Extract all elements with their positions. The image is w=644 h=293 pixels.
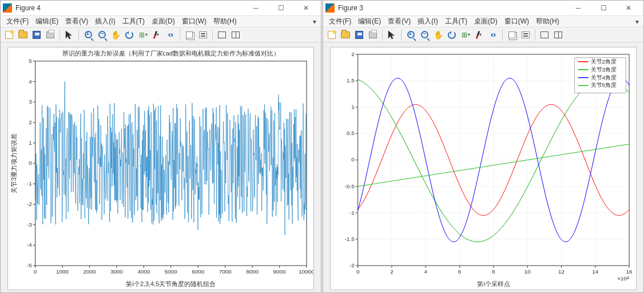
zoom-in-icon[interactable] (82, 29, 94, 41)
toolbar: ✋⊞▾▾ (323, 27, 643, 42)
menu-help[interactable]: 帮助(H) (210, 17, 240, 26)
svg-text:-2: -2 (27, 201, 32, 207)
svg-text:0: 0 (29, 160, 32, 167)
svg-text:-2: -2 (349, 262, 355, 268)
dock-icon[interactable] (538, 29, 551, 41)
menu-edit[interactable]: 编辑(E) (32, 17, 62, 26)
menu-edit[interactable]: 编辑(E) (355, 17, 384, 26)
minimize-button[interactable]: ─ (566, 1, 591, 15)
colorbar-icon[interactable] (506, 29, 518, 41)
close-button[interactable]: ✕ (616, 1, 641, 15)
svg-text:关节3角度: 关节3角度 (591, 66, 617, 73)
rotate3d-icon[interactable] (446, 29, 458, 41)
menu-file[interactable]: 文件(F) (325, 17, 355, 26)
save-icon[interactable] (30, 29, 43, 41)
chart-svg: 0246810121416-2-1.5-1-0.500.511.52第i个采样点… (331, 47, 636, 290)
legend-icon[interactable] (197, 29, 209, 41)
svg-text:5: 5 (29, 58, 32, 64)
new-figure-icon[interactable] (3, 29, 15, 41)
menu-tools[interactable]: 工具(T) (442, 17, 471, 26)
axes-container[interactable]: 0100020003000400050006000700080009000100… (7, 47, 314, 290)
axes-container[interactable]: 0246810121416-2-1.5-1-0.500.511.52第i个采样点… (330, 47, 637, 290)
menu-overflow-icon[interactable]: ▾ (311, 18, 319, 26)
svg-text:7000: 7000 (219, 268, 232, 275)
svg-text:关节5角度: 关节5角度 (591, 82, 617, 89)
svg-text:2: 2 (29, 119, 32, 125)
svg-text:6000: 6000 (192, 268, 205, 275)
pan-icon[interactable]: ✋ (432, 29, 444, 41)
menu-insert[interactable]: 插入(I) (414, 17, 441, 26)
matlab-logo-icon (3, 3, 12, 13)
figure-window-3: Figure 3 ─ ☐ ✕ 文件(F) 编辑(E) 查看(V) 插入(I) 工… (323, 0, 644, 293)
svg-text:4: 4 (424, 268, 427, 275)
brush-icon[interactable]: ▾ (150, 29, 163, 41)
desktop: Figure 4 ─ ☐ ✕ 文件(F) 编辑(E) 查看(V) 插入(I) 工… (0, 0, 644, 293)
menu-desktop[interactable]: 桌面(D) (471, 17, 501, 26)
pan-icon[interactable]: ✋ (109, 29, 122, 41)
svg-text:6: 6 (458, 268, 462, 275)
pointer-icon[interactable] (385, 29, 398, 41)
datatip-icon[interactable]: ⊞▾ (137, 29, 149, 41)
print-icon[interactable] (44, 29, 57, 41)
link-icon[interactable] (164, 29, 177, 41)
close-button[interactable]: ✕ (293, 1, 319, 15)
svg-text:0.5: 0.5 (347, 130, 355, 137)
window-title: Figure 3 (338, 4, 566, 12)
colorbar-icon[interactable] (183, 29, 196, 41)
toolbar: ✋⊞▾▾ (1, 27, 321, 42)
svg-text:0: 0 (351, 157, 355, 163)
svg-text:-0.5: -0.5 (345, 183, 355, 189)
menu-view[interactable]: 查看(V) (384, 17, 414, 26)
undock-icon[interactable] (552, 29, 565, 41)
dock-icon[interactable] (216, 29, 228, 41)
svg-text:关节3重力项力矩误差: 关节3重力项力矩误差 (10, 133, 17, 193)
menu-tools[interactable]: 工具(T) (119, 17, 148, 26)
svg-text:关节4角度: 关节4角度 (591, 74, 617, 81)
maximize-button[interactable]: ☐ (268, 1, 293, 15)
legend-icon[interactable] (519, 29, 532, 41)
svg-text:关节2角度: 关节2角度 (591, 58, 617, 65)
link-icon[interactable] (487, 29, 499, 41)
figure-window-4: Figure 4 ─ ☐ ✕ 文件(F) 编辑(E) 查看(V) 插入(I) 工… (0, 0, 321, 293)
svg-text:8: 8 (492, 268, 495, 275)
zoom-out-icon[interactable] (418, 29, 431, 41)
open-icon[interactable] (339, 29, 352, 41)
svg-text:3000: 3000 (110, 268, 124, 275)
svg-text:第i个采样点: 第i个采样点 (477, 280, 510, 287)
minimize-button[interactable]: ─ (243, 1, 268, 15)
datatip-icon[interactable]: ⊞▾ (459, 29, 472, 41)
svg-text:5000: 5000 (165, 268, 178, 275)
menu-overflow-icon[interactable]: ▾ (633, 18, 641, 26)
menu-bar: 文件(F) 编辑(E) 查看(V) 插入(I) 工具(T) 桌面(D) 窗口(W… (1, 16, 321, 27)
menu-desktop[interactable]: 桌面(D) (148, 17, 178, 26)
zoom-in-icon[interactable] (404, 29, 417, 41)
title-bar[interactable]: Figure 3 ─ ☐ ✕ (323, 1, 643, 16)
title-bar[interactable]: Figure 4 ─ ☐ ✕ (1, 1, 321, 16)
plot-area: 0100020003000400050006000700080009000100… (1, 42, 321, 292)
svg-text:辨识的重力项力矩误差（利用了厂家cad数据和电机额定力矩作为: 辨识的重力项力矩误差（利用了厂家cad数据和电机额定力矩作为标准值对比） (62, 50, 280, 57)
zoom-out-icon[interactable] (96, 29, 108, 41)
svg-text:-5: -5 (27, 262, 32, 268)
menu-view[interactable]: 查看(V) (62, 17, 92, 26)
print-icon[interactable] (367, 29, 379, 41)
svg-text:16: 16 (626, 268, 633, 275)
undock-icon[interactable] (229, 29, 242, 41)
pointer-icon[interactable] (63, 29, 75, 41)
save-icon[interactable] (353, 29, 365, 41)
open-icon[interactable] (17, 29, 29, 41)
menu-window[interactable]: 窗口(W) (178, 17, 210, 26)
rotate3d-icon[interactable] (123, 29, 136, 41)
svg-text:0: 0 (356, 268, 360, 275)
svg-text:4: 4 (29, 78, 32, 85)
svg-text:×10⁴: ×10⁴ (617, 275, 629, 282)
new-figure-icon[interactable] (325, 29, 338, 41)
menu-file[interactable]: 文件(F) (3, 17, 32, 26)
maximize-button[interactable]: ☐ (591, 1, 616, 15)
menu-help[interactable]: 帮助(H) (532, 17, 563, 26)
brush-icon[interactable]: ▾ (473, 29, 486, 41)
svg-text:1: 1 (351, 104, 355, 110)
menu-window[interactable]: 窗口(W) (501, 17, 532, 26)
menu-insert[interactable]: 插入(I) (92, 17, 118, 26)
svg-text:2: 2 (351, 51, 355, 57)
svg-text:1: 1 (29, 140, 32, 146)
